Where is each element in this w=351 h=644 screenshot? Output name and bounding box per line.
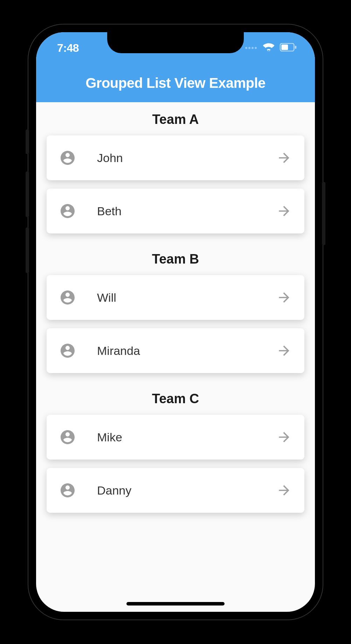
group-header: Team C [36,382,315,415]
arrow-forward-icon [276,203,292,219]
arrow-forward-icon [276,343,292,358]
notch [107,32,244,53]
list-item-name: John [97,151,276,165]
list-item-name: Miranda [97,344,276,358]
battery-icon [279,43,297,53]
phone-side-button [26,227,29,273]
group-header: Team A [36,102,315,135]
list-item[interactable]: Danny [47,468,304,513]
status-icons [245,42,297,54]
person-icon [59,482,76,499]
list-item[interactable]: John [47,135,304,180]
list-item[interactable]: Miranda [47,328,304,373]
list-item[interactable]: Mike [47,415,304,460]
list-item-name: Will [97,291,276,304]
list-item[interactable]: Will [47,275,304,320]
phone-side-button [26,172,29,217]
arrow-forward-icon [276,429,292,445]
svg-rect-2 [295,46,296,49]
arrow-forward-icon [276,290,292,305]
person-icon [59,342,76,359]
person-icon [59,203,76,219]
arrow-forward-icon [276,483,292,498]
svg-rect-1 [281,44,288,50]
person-icon [59,149,76,166]
wifi-icon [262,42,275,54]
person-icon [59,429,76,446]
person-icon [59,289,76,306]
group-header: Team B [36,242,315,275]
status-time: 7:48 [57,42,79,55]
cellular-signal-icon [245,47,257,49]
home-indicator[interactable] [126,602,225,606]
phone-frame: 7:48 Grouped List View Example Team A [28,24,323,620]
phone-side-button [322,182,325,245]
list-item-name: Beth [97,204,276,218]
grouped-list[interactable]: Team A John Beth Team B [36,102,315,535]
list-item[interactable]: Beth [47,189,304,233]
phone-side-button [26,130,29,154]
screen: 7:48 Grouped List View Example Team A [36,32,315,612]
app-bar-title: Grouped List View Example [85,75,266,91]
app-bar: Grouped List View Example [36,64,315,102]
list-item-name: Danny [97,484,276,497]
list-item-name: Mike [97,430,276,444]
arrow-forward-icon [276,150,292,166]
